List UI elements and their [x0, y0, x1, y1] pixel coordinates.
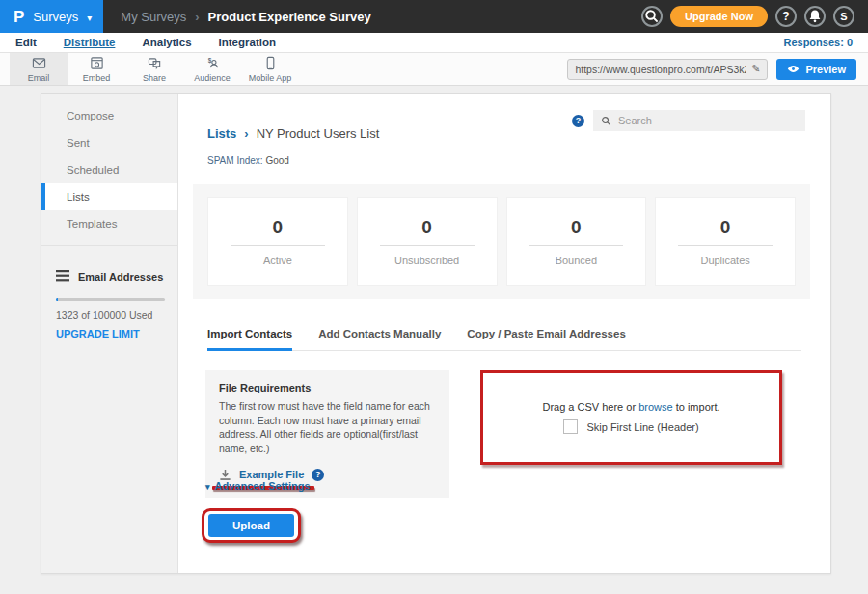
- page-background: Compose Sent Scheduled Lists Templates E…: [0, 86, 868, 594]
- stat-divider: [529, 245, 624, 246]
- stat-value: 0: [571, 217, 582, 238]
- list-breadcrumb: Lists NY Product Users List: [207, 126, 379, 141]
- avatar[interactable]: S: [833, 6, 854, 27]
- eye-icon: [787, 65, 800, 73]
- list-lines-icon: [56, 270, 69, 284]
- file-requirements-box: File Requirements The first row must hav…: [205, 370, 449, 498]
- tab-integration[interactable]: Integration: [219, 37, 276, 48]
- tab-edit[interactable]: Edit: [15, 37, 37, 48]
- share-icon: [148, 56, 162, 72]
- search-field[interactable]: [593, 110, 805, 131]
- tab-copy-paste-email-addresses[interactable]: Copy / Paste Email Addresses: [467, 328, 625, 351]
- tool-email[interactable]: Email: [10, 53, 68, 85]
- usage-progress-fill: [56, 298, 58, 301]
- stat-card-bounced: 0 Bounced: [506, 197, 647, 286]
- survey-title: Product Experience Survey: [208, 10, 371, 24]
- spam-index-label: SPAM Index:: [207, 155, 263, 166]
- svg-text:$: $: [207, 56, 211, 64]
- stat-value: 0: [421, 217, 432, 238]
- tool-label: Share: [143, 73, 166, 83]
- sidebar-item-sent[interactable]: Sent: [41, 129, 177, 156]
- stat-label: Unsubscribed: [394, 255, 459, 266]
- sidebar-item-scheduled[interactable]: Scheduled: [41, 156, 177, 183]
- breadcrumb-lists-link[interactable]: Lists: [207, 126, 236, 141]
- stat-divider: [678, 245, 773, 246]
- stat-card-active: 0 Active: [207, 197, 348, 286]
- breadcrumb-separator-icon: [195, 10, 199, 24]
- breadcrumb-separator-icon: [244, 126, 248, 141]
- tool-label: Embed: [83, 73, 111, 83]
- example-file-help-icon[interactable]: [312, 469, 324, 481]
- stat-label: Bounced: [556, 255, 597, 266]
- distribute-toolbar: Email Embed Share $ Audience Mobile App …: [0, 53, 868, 86]
- tab-distribute[interactable]: Distribute: [64, 37, 116, 48]
- topbar-actions: Upgrade Now S: [641, 6, 868, 27]
- advanced-settings-toggle[interactable]: Advanced Settings: [205, 480, 311, 492]
- csv-dropzone annotation-box-dropzone[interactable]: Drag a CSV here or browse to import. Ski…: [480, 370, 782, 465]
- help-question-icon[interactable]: [572, 115, 584, 127]
- tab-add-contacts-manually[interactable]: Add Contacts Manually: [318, 328, 441, 351]
- download-icon: [219, 469, 231, 481]
- preview-label: Preview: [805, 64, 846, 75]
- import-contacts-section: File Requirements The first row must hav…: [205, 370, 782, 498]
- caret-down-icon: [205, 480, 210, 492]
- tool-share[interactable]: Share: [125, 53, 183, 85]
- preview-button[interactable]: Preview: [776, 59, 856, 80]
- dropzone-text: Drag a CSV here or browse to import.: [542, 401, 719, 413]
- stat-divider: [380, 245, 475, 246]
- tab-analytics[interactable]: Analytics: [142, 37, 191, 48]
- top-navbar: P Surveys My Surveys Product Experience …: [0, 0, 868, 33]
- chevron-down-icon: [87, 8, 92, 25]
- usage-text: 1323 of 100000 Used: [56, 310, 165, 321]
- stat-label: Duplicates: [700, 255, 749, 266]
- stat-divider: [231, 245, 325, 246]
- skip-first-line-label: Skip First Line (Header): [586, 421, 698, 433]
- example-file-link[interactable]: Example File: [219, 469, 324, 481]
- stat-card-unsubscribed: 0 Unsubscribed: [357, 197, 498, 286]
- help-icon[interactable]: [775, 6, 797, 27]
- tool-mobile-app[interactable]: Mobile App: [241, 53, 299, 85]
- contacts-tabs: Import Contacts Add Contacts Manually Co…: [207, 328, 801, 351]
- file-requirements-body: The first row must have the field name f…: [219, 399, 436, 456]
- responses-count[interactable]: Responses: 0: [783, 37, 853, 48]
- upgrade-now-button[interactable]: Upgrade Now: [670, 6, 768, 27]
- search-icon: [601, 116, 611, 126]
- dropzone-text-after: to import.: [676, 401, 720, 413]
- sidebar-item-compose[interactable]: Compose: [41, 102, 177, 129]
- survey-url-field[interactable]: https://www.questionpro.com/t/APS3kZgfo …: [567, 59, 768, 80]
- stat-value: 0: [273, 217, 284, 238]
- surveys-menu-button[interactable]: P Surveys: [0, 0, 103, 33]
- edit-pencil-icon[interactable]: ✎: [751, 63, 760, 75]
- search-input[interactable]: [618, 115, 798, 126]
- tool-audience[interactable]: $ Audience: [183, 53, 241, 85]
- tool-label: Mobile App: [249, 73, 292, 83]
- skip-first-line-row: Skip First Line (Header): [563, 419, 698, 434]
- embed-icon: [90, 56, 104, 72]
- tool-label: Audience: [194, 73, 231, 83]
- survey-url: https://www.questionpro.com/t/APS3kZgfo: [575, 64, 746, 75]
- sidebar-item-templates[interactable]: Templates: [41, 210, 177, 237]
- survey-nav: Edit Distribute Analytics Integration Re…: [0, 33, 868, 53]
- upgrade-limit-link[interactable]: UPGRADE LIMIT: [56, 328, 165, 339]
- toolbar-right: https://www.questionpro.com/t/APS3kZgfo …: [567, 53, 868, 85]
- tool-label: Email: [28, 73, 50, 83]
- stats-strip: 0 Active 0 Unsubscribed 0 Bounced 0: [193, 184, 810, 299]
- distribute-sidebar: Compose Sent Scheduled Lists Templates E…: [41, 94, 178, 573]
- search-icon[interactable]: [641, 6, 663, 27]
- tab-import-contacts[interactable]: Import Contacts: [207, 328, 292, 351]
- annotation-box-upload: Upload: [202, 508, 301, 543]
- spam-index-value: Good: [265, 155, 288, 166]
- browse-link[interactable]: browse: [638, 401, 672, 413]
- mobile-app-icon: [263, 56, 278, 72]
- example-file-label: Example File: [239, 469, 304, 480]
- file-requirements-title: File Requirements: [219, 382, 436, 393]
- breadcrumb-my-surveys[interactable]: My Surveys: [121, 10, 186, 24]
- tool-embed[interactable]: Embed: [68, 53, 125, 85]
- skip-first-line-checkbox[interactable]: [563, 419, 578, 434]
- questionpro-logo: P: [14, 9, 24, 25]
- usage-progress-bar: [56, 298, 165, 301]
- audience-icon: $: [205, 56, 220, 72]
- upload-button[interactable]: Upload: [208, 514, 294, 537]
- notifications-bell-icon[interactable]: [804, 6, 826, 27]
- sidebar-item-lists[interactable]: Lists: [41, 183, 177, 210]
